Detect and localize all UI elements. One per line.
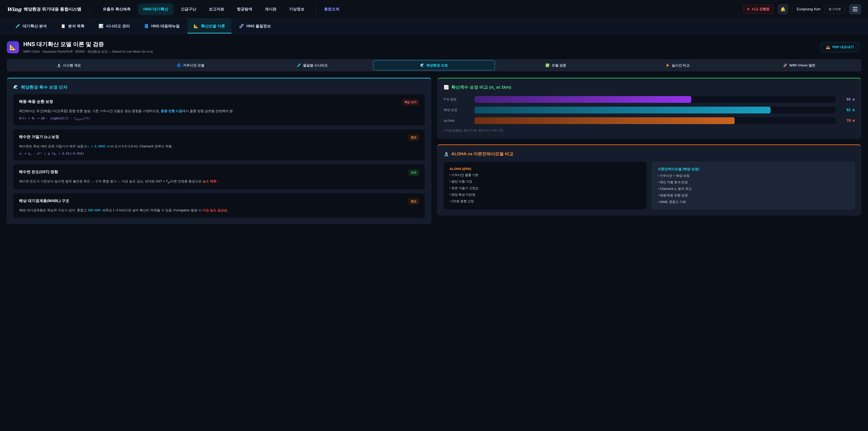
page-header-icon: 📐 [7,41,19,53]
bar-row-aloha: ALOHA 78 m [444,117,855,124]
tab-substance-scenarios[interactable]: 🧪 물질별 시나리오 [251,60,373,70]
tab-system-overview[interactable]: 🔬 시스템 개요 [8,60,130,70]
bar-value: 68 m [840,97,855,101]
tab-gaussian-model[interactable]: 🌀 가우시안 모델 [130,60,252,70]
nav-item-aerial-search[interactable]: 항공탐색 [232,4,257,15]
top-nav-right: 사고 진행중 🔔 Eunjeong Kim 로그아웃 [743,4,861,14]
leemoonjin-model-box: 이문진박사모델 (해양 보정) 가우시안 + 해양 보정 해안 지형 효과 반영… [652,162,855,209]
card-title: 해수면 온도(SST) 영향 [19,169,58,175]
nav-item-reports[interactable]: 보고자료 [204,4,229,15]
triangle-ruler-icon: 📐 [194,24,198,29]
tab-marine-correction[interactable]: 🌊 해양환경 보정 [373,60,495,70]
bell-icon: 🔔 [780,6,786,12]
aloha-feature-list: 가우시안 플룸 기본 평탄 지형 가정 표면 거칠기 고정값 해양 특성 미반영… [450,173,641,204]
section-tab-strip: 🔬 시스템 개요 🌀 가우시안 모델 🧪 물질별 시나리오 🌊 해양환경 보정 … [7,59,861,71]
subnav-item-dispersion-analysis[interactable]: 🧪 대기확산 분석 [9,19,53,33]
hamburger-icon [852,7,858,8]
priority-badge: 중요 [408,134,419,141]
model-comparison-panel: 🔬 ALOHA vs 이문진박사모델 비교 ALOHA (EPA) 가우시안 플… [437,145,861,215]
card-body: 해수면은 육상 대비 표면 거칠기가 매우 낮음 (z₀ ≈ 0.0002 m … [19,144,419,149]
bar-value: 78 m [840,119,855,123]
dispersion-coefficient-chart-panel: 📈 확산계수 보정 비교 (σy at 1km) P-G 원본 68 m 해양 … [437,78,861,138]
nav-item-integrated-search[interactable]: 통합조회 [316,4,344,15]
subnav-item-hns-manual[interactable]: 📘 HNS 대응매뉴얼 [138,19,186,33]
inbox-tray-icon: 📥 [826,45,830,49]
card-body: 해안에서는 주간(해풍)·야간(육풍) 풍향 전환 발생. 기존 가우시안 모델… [19,109,419,114]
subnav-item-model-theory[interactable]: 📐 확산모델 이론 [187,19,231,33]
nav-item-hns-dispersion[interactable]: HNS·대기확산 [138,4,173,15]
bar-chart-icon: 📊 [98,24,103,29]
book-icon: 📘 [144,24,149,29]
tab-realtime-comparison[interactable]: ⚡ 실시간 비교 [617,60,739,70]
list-item: 해양 특성 미반영 [450,193,641,197]
chart-footnote: ※ D등급(중립), 풍속 5 m/s, 풍하거리 1 km 기준 [444,129,855,132]
subnav-item-scenario-management[interactable]: 📊 시나리오 관리 [92,19,136,33]
page-subtitle: WRF-Chem · Gaussian Plume/Puff · ROMS · … [23,50,153,54]
bar-track [474,96,836,103]
wave-icon: 🌊 [13,85,18,90]
rocket-icon: 🚀 [783,63,787,67]
sub-nav: 🧪 대기확산 분석 📋 분석 목록 📊 시나리오 관리 📘 HNS 대응매뉴얼 … [0,19,868,34]
tab-model-validation[interactable]: ✅ 모델 검증 [495,60,617,70]
bar-row-pg-original: P-G 원본 68 m [444,96,855,103]
nav-item-board[interactable]: 게시판 [260,4,281,15]
test-tube-icon: 🧪 [16,24,20,29]
subnav-item-hns-substance-info[interactable]: 🧬 HNS 물질정보 [233,19,277,33]
main-menu: 유출유 확산예측 HNS·대기확산 긴급구난 보고자료 항공탐색 게시판 기상정… [98,4,344,15]
bar-track [474,117,836,124]
nav-item-emergency-rescue[interactable]: 긴급구난 [176,4,201,15]
inline-code: z₀ ≈ 0.0002 m [86,145,110,148]
priority-badge: 보조 [408,169,419,176]
nav-item-weather[interactable]: 기상정보 [284,4,309,15]
dna-icon: 🧬 [239,24,244,29]
bar-row-marine-corrected: 해양 보정 92 m [444,107,855,114]
microscope-icon: 🔬 [444,151,449,156]
card-body: 해양 대기경계층은 육상과 구조가 상이. 혼합고 300~800 m(육상 1… [19,208,419,213]
chart-panel-title: 📈 확산계수 보정 비교 (σy at 1km) [444,84,855,90]
app-logo[interactable]: Wing 해양환경 위기대응 통합시스템 [7,6,81,12]
card-title: 해수면 거칠기 (z₀) 보정 [19,134,59,140]
main-content: 🌊 해양환경 특수 보정 인자 해풍·육풍 순환 보정 핵심 인자 해안에서는 … [0,71,868,230]
list-item: 평탄 지형 가정 [450,180,641,184]
check-mark-icon: ✅ [546,63,550,67]
bar-label: ALOHA [444,119,470,123]
bar-fill-marine-corrected [474,107,771,114]
inline-code: 300~800 m [88,208,104,212]
page-title: HNS 대기확산 모델 이론 및 검증 [23,40,153,48]
leemoonjin-feature-list: 가우시안 + 해양 보정 해안 지형 효과 반영 Charnock z₀ 동적 … [658,174,849,204]
list-item: 가우시안 플룸 기본 [450,173,641,177]
comparison-panel-title: 🔬 ALOHA vs 이문진박사모델 비교 [444,151,855,157]
correction-card-sea-land-breeze: 해풍·육풍 순환 보정 핵심 인자 해안에서는 주간(해풍)·야간(육풍) 풍향… [13,94,425,125]
microscope-icon: 🔬 [57,63,61,67]
clipboard-icon: 📋 [61,24,66,29]
nav-item-oil-spill[interactable]: 유출유 확산예측 [98,4,136,15]
list-item: 해안 지형 효과 반영 [658,180,849,184]
incident-status-label: 사고 진행중 [752,7,770,11]
leemoonjin-box-header: 이문진박사모델 (해양 보정) [658,167,849,171]
notifications-button[interactable]: 🔔 [778,4,788,14]
formula: θ(t) = θ₀ + Δθ · sigmoid((t - tshift)/τ) [19,116,419,121]
formula: z₀ = αc · u*² / g (αc ≈ 0.011~0.018) [19,152,419,156]
hamburger-menu-button[interactable] [849,4,861,14]
tab-wrf-chem[interactable]: 🚀 WRF-Chem 발전 [738,60,860,70]
bar-value: 92 m [840,108,855,112]
top-nav: Wing 해양환경 위기대응 통합시스템 유출유 확산예측 HNS·대기확산 긴… [0,0,868,19]
list-item: 표면 거칠기 고정값 [450,186,641,190]
list-item: 해풍/육풍 전환 반영 [658,193,849,197]
danger-text: 농도 체류↑ [203,180,218,183]
marine-correction-panel-title: 🌊 해양환경 특수 보정 인자 [13,84,425,90]
card-title: 해풍·육풍 순환 보정 [19,99,53,104]
correction-card-sst-effect: 해수면 온도(SST) 영향 보조 해수면 온도가 기온보다 높으면 열적 불안… [13,164,425,189]
subnav-item-analysis-list[interactable]: 📋 분석 목록 [55,19,91,33]
page-header: 📐 HNS 대기확산 모델 이론 및 검증 WRF-Chem · Gaussia… [0,34,868,59]
correction-card-sea-surface-roughness: 해수면 거칠기 (z₀) 보정 중요 해수면은 육상 대비 표면 거칠기가 매우… [13,129,425,161]
logout-button[interactable]: 로그아웃 [825,5,845,13]
incident-status-badge[interactable]: 사고 진행중 [743,4,774,14]
incident-dot-icon [747,8,749,10]
lightning-icon: ⚡ [665,63,670,67]
pdf-export-button[interactable]: 📥 PDF 내보내기 [821,42,859,52]
bar-track [474,107,836,114]
wave-icon: 🌊 [420,63,425,67]
page-header-text: HNS 대기확산 모델 이론 및 검증 WRF-Chem · Gaussian … [23,40,153,54]
bar-chart: P-G 원본 68 m 해양 보정 92 m ALOHA [444,96,855,124]
